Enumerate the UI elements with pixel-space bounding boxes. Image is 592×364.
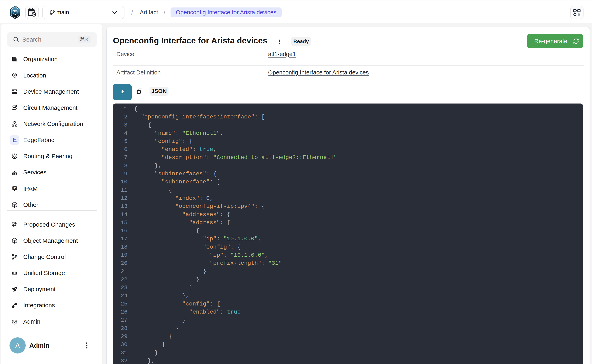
svg-text:IP: IP: [13, 187, 16, 189]
